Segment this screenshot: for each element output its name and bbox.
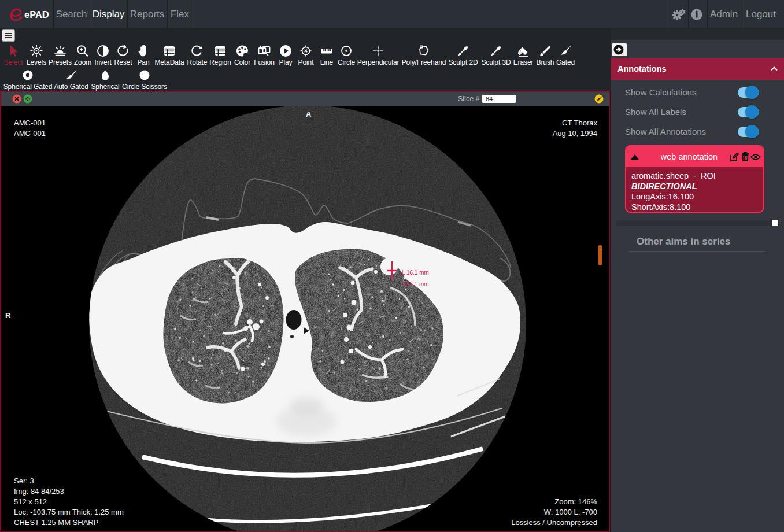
svg-text:W 8.1 mm: W 8.1 mm [402,281,429,287]
svg-text:L 16.1 mm: L 16.1 mm [402,269,429,276]
